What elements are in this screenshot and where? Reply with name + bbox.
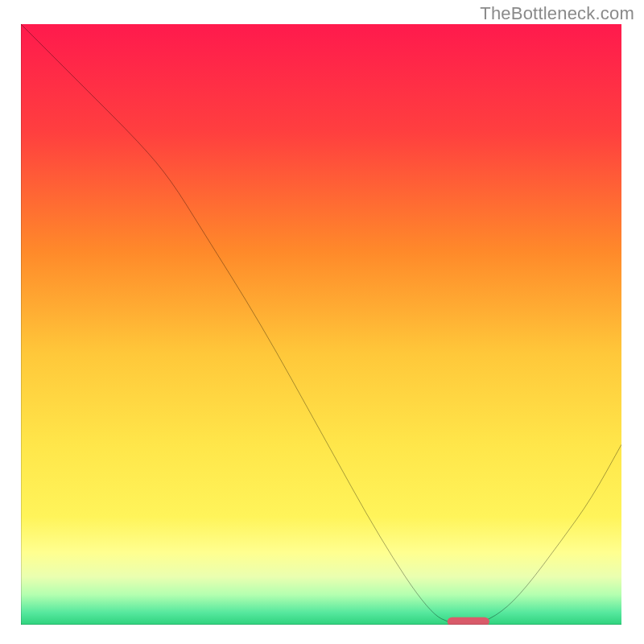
bottleneck-plot xyxy=(21,24,621,625)
watermark-text: TheBottleneck.com xyxy=(480,3,634,24)
optimal-marker xyxy=(448,617,489,625)
chart-container: TheBottleneck.com xyxy=(0,0,644,644)
